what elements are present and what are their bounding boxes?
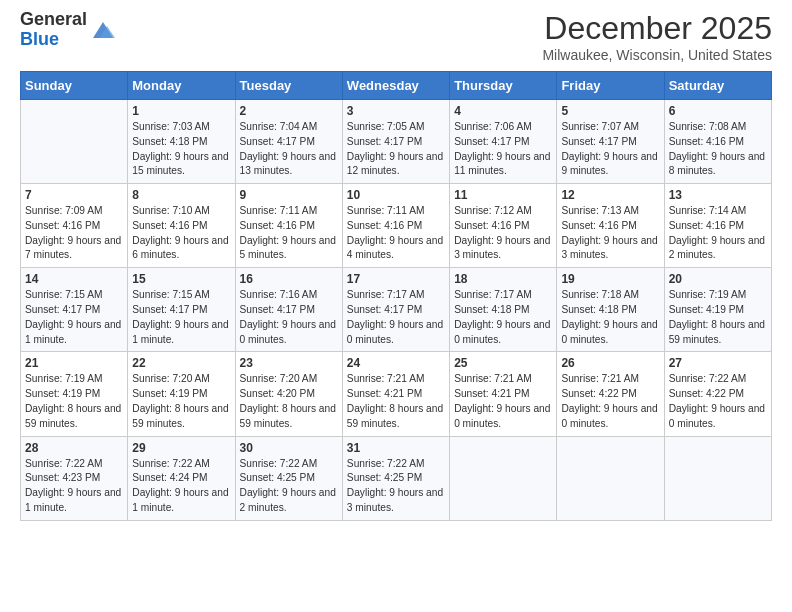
calendar-cell: 6Sunrise: 7:08 AMSunset: 4:16 PMDaylight… (664, 100, 771, 184)
title-block: December 2025 Milwaukee, Wisconsin, Unit… (542, 10, 772, 63)
day-info: Sunrise: 7:17 AMSunset: 4:18 PMDaylight:… (454, 288, 552, 347)
calendar-cell (557, 436, 664, 520)
calendar-week-row: 1Sunrise: 7:03 AMSunset: 4:18 PMDaylight… (21, 100, 772, 184)
day-info: Sunrise: 7:22 AMSunset: 4:22 PMDaylight:… (669, 372, 767, 431)
day-number: 16 (240, 272, 338, 286)
calendar-week-row: 7Sunrise: 7:09 AMSunset: 4:16 PMDaylight… (21, 184, 772, 268)
calendar-cell: 7Sunrise: 7:09 AMSunset: 4:16 PMDaylight… (21, 184, 128, 268)
calendar-cell: 28Sunrise: 7:22 AMSunset: 4:23 PMDayligh… (21, 436, 128, 520)
calendar-cell: 5Sunrise: 7:07 AMSunset: 4:17 PMDaylight… (557, 100, 664, 184)
calendar-cell: 29Sunrise: 7:22 AMSunset: 4:24 PMDayligh… (128, 436, 235, 520)
day-number: 20 (669, 272, 767, 286)
day-info: Sunrise: 7:11 AMSunset: 4:16 PMDaylight:… (240, 204, 338, 263)
header-saturday: Saturday (664, 72, 771, 100)
location-text: Milwaukee, Wisconsin, United States (542, 47, 772, 63)
day-info: Sunrise: 7:13 AMSunset: 4:16 PMDaylight:… (561, 204, 659, 263)
calendar-cell: 3Sunrise: 7:05 AMSunset: 4:17 PMDaylight… (342, 100, 449, 184)
day-info: Sunrise: 7:17 AMSunset: 4:17 PMDaylight:… (347, 288, 445, 347)
day-number: 3 (347, 104, 445, 118)
header-thursday: Thursday (450, 72, 557, 100)
day-number: 11 (454, 188, 552, 202)
day-info: Sunrise: 7:21 AMSunset: 4:21 PMDaylight:… (454, 372, 552, 431)
header-friday: Friday (557, 72, 664, 100)
calendar-header: Sunday Monday Tuesday Wednesday Thursday… (21, 72, 772, 100)
calendar-cell: 17Sunrise: 7:17 AMSunset: 4:17 PMDayligh… (342, 268, 449, 352)
day-number: 17 (347, 272, 445, 286)
weekday-header-row: Sunday Monday Tuesday Wednesday Thursday… (21, 72, 772, 100)
day-info: Sunrise: 7:08 AMSunset: 4:16 PMDaylight:… (669, 120, 767, 179)
day-info: Sunrise: 7:22 AMSunset: 4:25 PMDaylight:… (240, 457, 338, 516)
day-number: 7 (25, 188, 123, 202)
day-number: 8 (132, 188, 230, 202)
calendar-cell: 9Sunrise: 7:11 AMSunset: 4:16 PMDaylight… (235, 184, 342, 268)
day-number: 23 (240, 356, 338, 370)
header-tuesday: Tuesday (235, 72, 342, 100)
day-info: Sunrise: 7:22 AMSunset: 4:25 PMDaylight:… (347, 457, 445, 516)
day-number: 10 (347, 188, 445, 202)
day-info: Sunrise: 7:10 AMSunset: 4:16 PMDaylight:… (132, 204, 230, 263)
day-info: Sunrise: 7:04 AMSunset: 4:17 PMDaylight:… (240, 120, 338, 179)
logo-general-text: General (20, 10, 87, 30)
calendar-cell: 19Sunrise: 7:18 AMSunset: 4:18 PMDayligh… (557, 268, 664, 352)
calendar-cell: 24Sunrise: 7:21 AMSunset: 4:21 PMDayligh… (342, 352, 449, 436)
day-number: 14 (25, 272, 123, 286)
day-info: Sunrise: 7:20 AMSunset: 4:20 PMDaylight:… (240, 372, 338, 431)
calendar-cell: 12Sunrise: 7:13 AMSunset: 4:16 PMDayligh… (557, 184, 664, 268)
day-info: Sunrise: 7:03 AMSunset: 4:18 PMDaylight:… (132, 120, 230, 179)
header-sunday: Sunday (21, 72, 128, 100)
day-info: Sunrise: 7:19 AMSunset: 4:19 PMDaylight:… (25, 372, 123, 431)
day-number: 29 (132, 441, 230, 455)
day-number: 22 (132, 356, 230, 370)
day-number: 27 (669, 356, 767, 370)
calendar-cell (21, 100, 128, 184)
day-number: 1 (132, 104, 230, 118)
calendar-cell: 11Sunrise: 7:12 AMSunset: 4:16 PMDayligh… (450, 184, 557, 268)
day-number: 30 (240, 441, 338, 455)
logo: General Blue (20, 10, 117, 50)
calendar-cell: 27Sunrise: 7:22 AMSunset: 4:22 PMDayligh… (664, 352, 771, 436)
calendar-table: Sunday Monday Tuesday Wednesday Thursday… (20, 71, 772, 521)
calendar-cell: 31Sunrise: 7:22 AMSunset: 4:25 PMDayligh… (342, 436, 449, 520)
header-wednesday: Wednesday (342, 72, 449, 100)
calendar-week-row: 28Sunrise: 7:22 AMSunset: 4:23 PMDayligh… (21, 436, 772, 520)
day-info: Sunrise: 7:15 AMSunset: 4:17 PMDaylight:… (132, 288, 230, 347)
calendar-cell: 10Sunrise: 7:11 AMSunset: 4:16 PMDayligh… (342, 184, 449, 268)
calendar-cell (664, 436, 771, 520)
day-number: 21 (25, 356, 123, 370)
day-info: Sunrise: 7:06 AMSunset: 4:17 PMDaylight:… (454, 120, 552, 179)
calendar-body: 1Sunrise: 7:03 AMSunset: 4:18 PMDaylight… (21, 100, 772, 521)
month-title: December 2025 (542, 10, 772, 47)
day-number: 26 (561, 356, 659, 370)
day-number: 28 (25, 441, 123, 455)
day-number: 31 (347, 441, 445, 455)
calendar-cell: 25Sunrise: 7:21 AMSunset: 4:21 PMDayligh… (450, 352, 557, 436)
day-info: Sunrise: 7:22 AMSunset: 4:24 PMDaylight:… (132, 457, 230, 516)
day-number: 6 (669, 104, 767, 118)
calendar-cell: 4Sunrise: 7:06 AMSunset: 4:17 PMDaylight… (450, 100, 557, 184)
calendar-cell (450, 436, 557, 520)
day-info: Sunrise: 7:14 AMSunset: 4:16 PMDaylight:… (669, 204, 767, 263)
calendar-cell: 16Sunrise: 7:16 AMSunset: 4:17 PMDayligh… (235, 268, 342, 352)
logo-icon (89, 16, 117, 44)
calendar-week-row: 14Sunrise: 7:15 AMSunset: 4:17 PMDayligh… (21, 268, 772, 352)
day-number: 2 (240, 104, 338, 118)
calendar-cell: 1Sunrise: 7:03 AMSunset: 4:18 PMDaylight… (128, 100, 235, 184)
calendar-cell: 15Sunrise: 7:15 AMSunset: 4:17 PMDayligh… (128, 268, 235, 352)
calendar-cell: 23Sunrise: 7:20 AMSunset: 4:20 PMDayligh… (235, 352, 342, 436)
day-info: Sunrise: 7:07 AMSunset: 4:17 PMDaylight:… (561, 120, 659, 179)
page-header: General Blue December 2025 Milwaukee, Wi… (20, 10, 772, 63)
day-number: 9 (240, 188, 338, 202)
calendar-cell: 18Sunrise: 7:17 AMSunset: 4:18 PMDayligh… (450, 268, 557, 352)
day-info: Sunrise: 7:16 AMSunset: 4:17 PMDaylight:… (240, 288, 338, 347)
calendar-cell: 14Sunrise: 7:15 AMSunset: 4:17 PMDayligh… (21, 268, 128, 352)
day-info: Sunrise: 7:15 AMSunset: 4:17 PMDaylight:… (25, 288, 123, 347)
header-monday: Monday (128, 72, 235, 100)
calendar-cell: 2Sunrise: 7:04 AMSunset: 4:17 PMDaylight… (235, 100, 342, 184)
day-info: Sunrise: 7:05 AMSunset: 4:17 PMDaylight:… (347, 120, 445, 179)
day-number: 12 (561, 188, 659, 202)
calendar-cell: 20Sunrise: 7:19 AMSunset: 4:19 PMDayligh… (664, 268, 771, 352)
day-info: Sunrise: 7:19 AMSunset: 4:19 PMDaylight:… (669, 288, 767, 347)
day-info: Sunrise: 7:22 AMSunset: 4:23 PMDaylight:… (25, 457, 123, 516)
day-info: Sunrise: 7:18 AMSunset: 4:18 PMDaylight:… (561, 288, 659, 347)
day-number: 15 (132, 272, 230, 286)
